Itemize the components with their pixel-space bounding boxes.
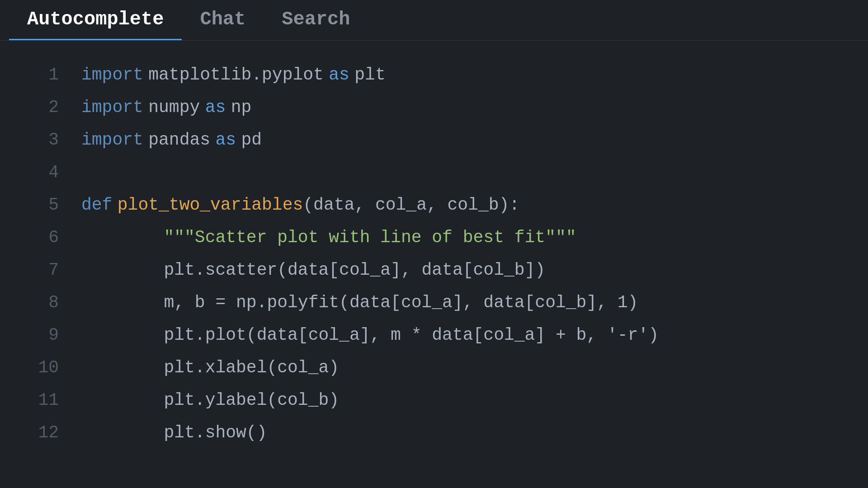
code-token: as (215, 124, 236, 156)
tab-search-label: Search (282, 9, 350, 30)
code-token: matplotlib.pyplot (148, 59, 324, 91)
code-token: np (231, 91, 252, 124)
code-token: import (81, 91, 143, 124)
code-line: 4 (27, 156, 841, 189)
code-token: : (509, 189, 519, 221)
line-content: plt.xlabel(col_a) (81, 352, 339, 384)
code-token: ( (303, 189, 313, 221)
line-number: 5 (27, 189, 59, 221)
tab-search[interactable]: Search (264, 0, 368, 40)
code-token: data, col_a, col_b (313, 189, 499, 221)
code-token: pd (241, 124, 262, 156)
code-token: """Scatter plot with line of best fit""" (164, 221, 576, 254)
line-content: import pandas as pd (81, 124, 262, 156)
line-content: plt.scatter(data[col_a], data[col_b]) (81, 254, 545, 286)
code-token (210, 124, 215, 156)
code-token (324, 59, 329, 91)
code-token (226, 91, 231, 124)
code-token: plt.plot(data[col_a], m * data[col_a] + … (164, 319, 659, 352)
code-line: 9plt.plot(data[col_a], m * data[col_a] +… (27, 319, 841, 352)
code-line: 2import numpy as np (27, 91, 841, 124)
code-token (200, 91, 205, 124)
code-token: import (81, 124, 143, 156)
line-number: 8 (27, 286, 59, 319)
line-number: 6 (27, 221, 59, 254)
code-token: pandas (148, 124, 210, 156)
code-line: 7plt.scatter(data[col_a], data[col_b]) (27, 254, 841, 286)
code-token (236, 124, 241, 156)
line-content: """Scatter plot with line of best fit""" (81, 221, 576, 254)
code-token (143, 124, 148, 156)
code-line: 10plt.xlabel(col_a) (27, 352, 841, 384)
tab-chat-label: Chat (200, 9, 245, 30)
line-number: 2 (27, 91, 59, 124)
code-token: plt.ylabel(col_b) (164, 384, 339, 417)
line-content: import numpy as np (81, 91, 251, 124)
code-token: as (205, 91, 226, 124)
code-line: 3import pandas as pd (27, 124, 841, 156)
line-number: 1 (27, 59, 59, 91)
line-number: 7 (27, 254, 59, 286)
line-number: 9 (27, 319, 59, 352)
code-token (143, 59, 148, 91)
code-token: plt.scatter(data[col_a], data[col_b]) (164, 254, 545, 286)
code-line: 12plt.show() (27, 417, 841, 449)
code-editor: 1import matplotlib.pyplot as plt2import … (0, 41, 868, 463)
code-token: m, b = np.polyfit(data[col_a], data[col_… (164, 286, 638, 319)
line-content: plt.show() (81, 417, 267, 449)
line-number: 4 (27, 156, 59, 189)
code-token: as (329, 59, 349, 91)
code-token (349, 59, 354, 91)
code-token: numpy (148, 91, 200, 124)
line-content: m, b = np.polyfit(data[col_a], data[col_… (81, 286, 638, 319)
tab-bar: Autocomplete Chat Search (0, 0, 868, 41)
line-content: def plot_two_variables(data, col_a, col_… (81, 189, 519, 221)
line-number: 12 (27, 417, 59, 449)
code-token: plt.xlabel(col_a) (164, 352, 339, 384)
line-number: 10 (27, 352, 59, 384)
code-token: def (81, 189, 112, 221)
line-number: 11 (27, 384, 59, 417)
code-line: 5def plot_two_variables(data, col_a, col… (27, 189, 841, 221)
code-token: plt (354, 59, 385, 91)
code-token: plt.show() (164, 417, 267, 449)
code-line: 6"""Scatter plot with line of best fit""… (27, 221, 841, 254)
line-content: plt.plot(data[col_a], m * data[col_a] + … (81, 319, 659, 352)
code-token: ) (499, 189, 509, 221)
code-line: 1import matplotlib.pyplot as plt (27, 59, 841, 91)
code-token (112, 189, 117, 221)
code-token: import (81, 59, 143, 91)
code-token: plot_two_variables (118, 189, 303, 221)
tab-autocomplete[interactable]: Autocomplete (9, 0, 182, 40)
code-token (143, 91, 148, 124)
tab-autocomplete-label: Autocomplete (27, 9, 164, 30)
line-content: plt.ylabel(col_b) (81, 384, 339, 417)
line-content: import matplotlib.pyplot as plt (81, 59, 386, 91)
tab-chat[interactable]: Chat (182, 0, 264, 40)
code-line: 11plt.ylabel(col_b) (27, 384, 841, 417)
line-number: 3 (27, 124, 59, 156)
code-line: 8m, b = np.polyfit(data[col_a], data[col… (27, 286, 841, 319)
